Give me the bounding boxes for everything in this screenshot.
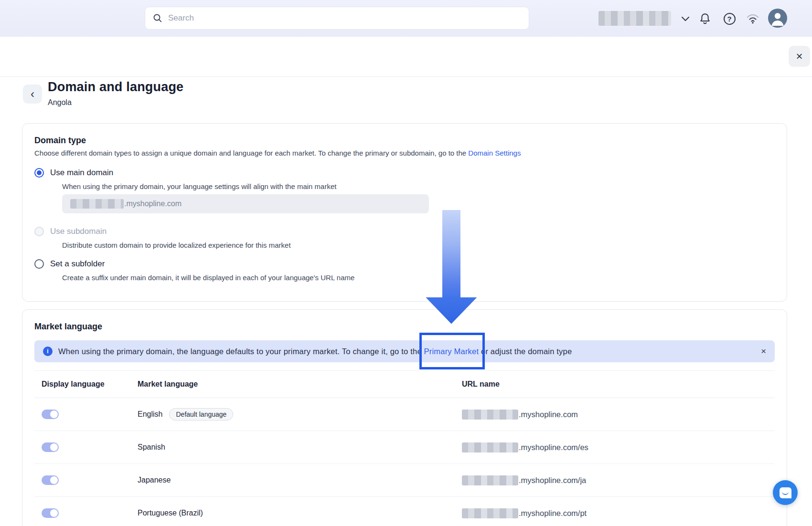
redacted-url-prefix	[462, 410, 518, 420]
page-subtitle: Angola	[48, 98, 183, 107]
table-header-row: Display language Market language URL nam…	[34, 371, 775, 398]
table-row-portuguese: Portuguese (Brazil) .myshopline.com/pt	[34, 497, 775, 526]
chat-smile	[782, 492, 789, 495]
avatar-person-icon	[768, 9, 787, 28]
domain-suffix: .myshopline.com	[124, 200, 182, 208]
toggle-knob	[50, 410, 58, 418]
url-suffix: .myshopline.com/es	[519, 443, 588, 452]
language-name: Spanish	[138, 443, 165, 452]
url-suffix: .myshopline.com/pt	[519, 509, 587, 518]
redacted-account-name[interactable]	[598, 11, 671, 26]
language-table: Display language Market language URL nam…	[34, 370, 775, 526]
domain-type-description: Choose different domain types to assign …	[34, 149, 775, 157]
domain-type-card: Domain type Choose different domain type…	[22, 123, 787, 302]
help-icon: ?	[724, 13, 736, 25]
banner-text-after: or adjust the domain type	[479, 347, 572, 356]
page-heading: Domain and language Angola	[48, 79, 183, 107]
panel-header-band: ×	[0, 37, 812, 77]
back-chevron-icon: ‹	[31, 88, 34, 100]
chevron-down-icon[interactable]	[680, 14, 691, 23]
redacted-url-prefix	[462, 442, 518, 452]
banner-close-button[interactable]: ×	[761, 346, 766, 357]
chat-launcher-button[interactable]	[773, 480, 798, 505]
display-toggle-spanish[interactable]	[42, 442, 59, 452]
redacted-url-prefix	[462, 475, 518, 485]
info-glyph: i	[47, 348, 48, 355]
table-row-english: English Default language .myshopline.com	[34, 398, 775, 431]
radio-option-subdomain[interactable]: Use subdomain	[34, 227, 775, 236]
language-name: English	[138, 410, 162, 419]
radio-option-subfolder[interactable]: Set a subfolder	[34, 259, 775, 269]
wifi-icon	[746, 13, 759, 24]
radio-subfolder[interactable]	[34, 259, 44, 269]
main-domain-description: When using the primary domain, your lang…	[62, 182, 775, 190]
radio-main-domain-label: Use main domain	[50, 168, 113, 178]
main-domain-input[interactable]: .myshopline.com	[62, 194, 429, 213]
domain-type-title: Domain type	[34, 135, 775, 146]
subfolder-description: Create a suffix under main domain, it wi…	[62, 274, 775, 282]
info-banner: i When using the primary domain, the lan…	[34, 340, 775, 362]
subdomain-description: Distribute custom domain to provide loca…	[62, 241, 775, 249]
market-language-card: Market language i When using the primary…	[22, 309, 787, 526]
primary-market-link-text: Primary Market	[424, 347, 479, 356]
toggle-knob	[50, 476, 58, 484]
display-toggle-portuguese[interactable]	[42, 508, 59, 518]
page-title: Domain and language	[48, 79, 183, 95]
help-glyph: ?	[727, 15, 731, 23]
default-language-badge: Default language	[169, 408, 233, 421]
language-name: Portuguese (Brazil)	[138, 509, 203, 517]
toggle-knob	[50, 509, 58, 517]
domain-type-description-text: Choose different domain types to assign …	[34, 149, 468, 157]
display-toggle-english[interactable]	[42, 410, 59, 419]
language-name: Japanese	[138, 476, 171, 484]
toggle-knob	[50, 443, 58, 451]
bell-icon	[699, 12, 711, 25]
screen: ? × ‹ Domain and language Angola Domain …	[0, 0, 812, 526]
search-input[interactable]	[167, 13, 521, 23]
url-suffix: .myshopline.com/ja	[519, 476, 586, 485]
header-display-language: Display language	[42, 380, 138, 389]
close-icon: ×	[796, 50, 802, 63]
header-market-language: Market language	[138, 380, 462, 389]
domain-settings-link[interactable]: Domain Settings	[468, 149, 521, 157]
primary-market-link[interactable]: Primary Market	[424, 347, 479, 356]
chat-bubble-icon	[780, 487, 791, 498]
radio-subfolder-label: Set a subfolder	[50, 259, 105, 269]
market-language-title: Market language	[34, 321, 775, 332]
help-button[interactable]: ?	[722, 11, 737, 26]
notifications-button[interactable]	[698, 11, 712, 26]
table-row-spanish: Spanish .myshopline.com/es	[34, 431, 775, 464]
redacted-url-prefix	[462, 508, 518, 518]
radio-subdomain-label: Use subdomain	[50, 227, 107, 236]
banner-text-before: When using the primary domain, the langu…	[58, 347, 424, 356]
search-icon	[153, 13, 162, 23]
radio-option-main-domain[interactable]: Use main domain	[34, 168, 775, 178]
table-row-japanese: Japanese .myshopline.com/ja	[34, 464, 775, 497]
info-icon: i	[43, 347, 53, 356]
search-bar[interactable]	[145, 7, 529, 30]
banner-close-icon: ×	[761, 346, 766, 356]
close-panel-button[interactable]: ×	[789, 46, 810, 67]
account-avatar[interactable]	[768, 9, 787, 28]
url-suffix: .myshopline.com	[519, 410, 578, 419]
radio-main-domain[interactable]	[34, 168, 44, 178]
redacted-domain-prefix	[70, 199, 124, 209]
header-url-name: URL name	[462, 380, 775, 389]
display-toggle-japanese[interactable]	[42, 475, 59, 485]
network-status-button[interactable]	[746, 11, 760, 26]
radio-subdomain[interactable]	[34, 227, 44, 236]
back-button[interactable]: ‹	[23, 84, 42, 104]
topbar: ?	[0, 0, 812, 37]
info-banner-text: When using the primary domain, the langu…	[58, 347, 572, 356]
